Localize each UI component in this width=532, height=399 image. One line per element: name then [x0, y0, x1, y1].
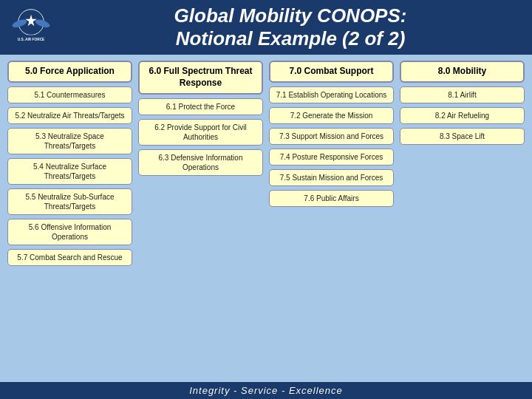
- sub-box-7-5: 7.5 Sustain Mission and Forces: [269, 169, 394, 186]
- main-box-combat-support: 7.0 Combat Support: [269, 61, 394, 83]
- sub-box-5-6: 5.6 Offensive Information Operations: [7, 219, 132, 245]
- main-box-full-spectrum: 6.0 Full Spectrum Threat Response: [138, 61, 263, 94]
- sub-box-7-3: 7.3 Support Mission and Forces: [269, 128, 394, 145]
- sub-box-8-3: 8.3 Space Lift: [400, 128, 525, 145]
- header-title: Global Mobility CONOPS: Notional Example…: [61, 4, 520, 50]
- sub-box-5-3: 5.3 Neutralize Space Threats/Targets: [7, 128, 132, 154]
- page: U.S. AIR FORCE Global Mobility CONOPS: N…: [0, 0, 532, 399]
- col-force-application: 5.0 Force Application 5.1 Countermeasure…: [7, 61, 132, 379]
- sub-box-6-3: 6.3 Defensive Information Operations: [138, 149, 263, 176]
- sub-box-7-4: 7.4 Posture Responsive Forces: [269, 149, 394, 166]
- main-box-mobility: 8.0 Mobility: [400, 61, 525, 83]
- sub-box-7-6: 7.6 Public Affairs: [269, 190, 394, 207]
- svg-text:U.S. AIR FORCE: U.S. AIR FORCE: [18, 38, 45, 41]
- sub-box-8-2: 8.2 Air Refueling: [400, 107, 525, 124]
- sub-box-8-1: 8.1 Airlift: [400, 86, 525, 103]
- footer: Integrity - Service - Excellence: [0, 382, 532, 399]
- header: U.S. AIR FORCE Global Mobility CONOPS: N…: [0, 0, 532, 55]
- col-combat-support: 7.0 Combat Support 7.1 Establish Operati…: [269, 61, 394, 379]
- sub-box-6-1: 6.1 Protect the Force: [138, 98, 263, 115]
- col-mobility: 8.0 Mobility 8.1 Airlift 8.2 Air Refueli…: [400, 61, 525, 379]
- main-box-force-application: 5.0 Force Application: [7, 61, 132, 83]
- sub-box-5-5: 5.5 Neutralize Sub-Surface Threats/Targe…: [7, 188, 132, 215]
- sub-box-5-7: 5.7 Combat Search and Rescue: [7, 249, 132, 266]
- sub-box-5-1: 5.1 Countermeasures: [7, 86, 132, 103]
- af-logo-icon: U.S. AIR FORCE: [12, 8, 50, 47]
- main-content: 5.0 Force Application 5.1 Countermeasure…: [0, 55, 532, 382]
- footer-text: Integrity - Service - Excellence: [189, 385, 343, 396]
- sub-box-5-2: 5.2 Neutralize Air Threats/Targets: [7, 107, 132, 124]
- sub-box-5-4: 5.4 Neutralize Surface Threats/Targets: [7, 158, 132, 185]
- columns-row: 5.0 Force Application 5.1 Countermeasure…: [7, 61, 525, 379]
- col-full-spectrum: 6.0 Full Spectrum Threat Response 6.1 Pr…: [138, 61, 263, 379]
- sub-box-6-2: 6.2 Provide Support for Civil Authoritie…: [138, 119, 263, 146]
- sub-box-7-2: 7.2 Generate the Mission: [269, 107, 394, 124]
- sub-box-7-1: 7.1 Establish Operating Locations: [269, 86, 394, 103]
